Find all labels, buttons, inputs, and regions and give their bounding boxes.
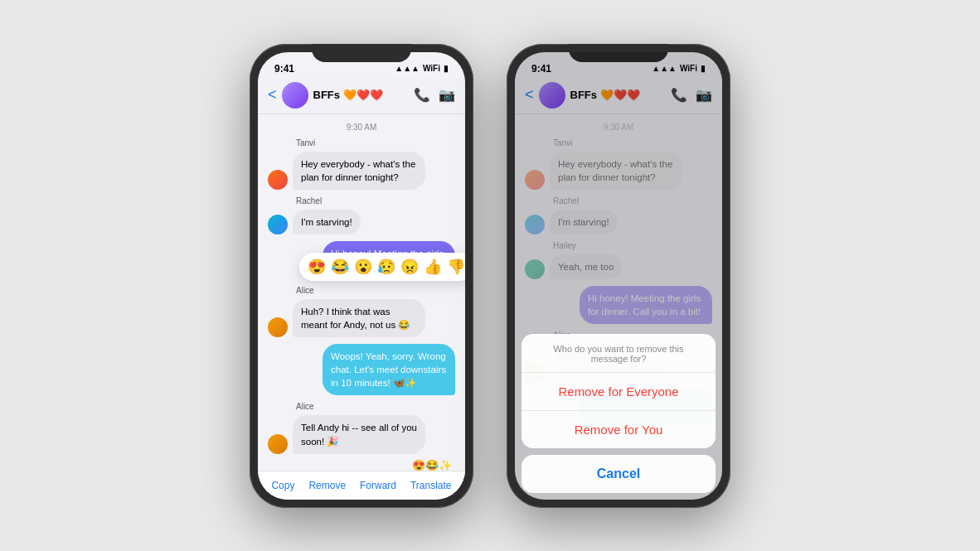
phones-container: 9:41 ▲▲▲ WiFi ▮ < BFFs 🧡❤️❤️ 📞 📷 9:3 [250, 44, 730, 508]
message-row-1: Hey everybody - what's the plan for dinn… [268, 152, 455, 190]
avatar-tanvi-1 [268, 170, 288, 190]
bubble-5: Woops! Yeah, sorry. Wrong chat. Let's me… [323, 344, 455, 395]
react-thumbsup[interactable]: 👍 [424, 258, 442, 276]
react-wow[interactable]: 😮 [354, 258, 372, 276]
cancel-button[interactable]: Cancel [522, 455, 716, 493]
sender-alice-2: Alice [296, 402, 455, 411]
nav-action-icons-1: 📞 📷 [414, 87, 455, 103]
react-sad[interactable]: 😥 [377, 258, 395, 276]
bubble-1: Hey everybody - what's the plan for dinn… [293, 152, 425, 190]
screen-2: 9:41 ▲▲▲ WiFi ▮ < BFFs 🧡❤️❤️ 📞 📷 9:3 [515, 52, 722, 500]
avatar-rachel-1 [268, 215, 288, 234]
call-icon-1[interactable]: 📞 [414, 87, 430, 103]
chat-title-1: BFFs 🧡❤️❤️ [313, 89, 414, 101]
bubble-6: Tell Andy hi -- see all of you soon! 🎉 [293, 415, 425, 453]
avatar-alice-2 [268, 434, 288, 454]
bubble-2: I'm starving! [293, 210, 361, 234]
context-copy[interactable]: Copy [271, 480, 294, 491]
nav-bar-1: < BFFs 🧡❤️❤️ 📞 📷 [258, 79, 465, 114]
reaction-picker[interactable]: 😍 😂 😮 😥 😠 👍 👎 [299, 253, 465, 281]
wifi-icon-1: WiFi [423, 64, 440, 73]
remove-everyone-button[interactable]: Remove for Everyone [522, 373, 716, 410]
status-icons-1: ▲▲▲ WiFi ▮ [395, 64, 449, 73]
time-label-1: 9:30 AM [268, 123, 455, 132]
sender-tanvi-1: Tanvi [296, 138, 455, 147]
remove-for-you-button[interactable]: Remove for You [522, 410, 716, 448]
battery-icon-1: ▮ [444, 64, 449, 73]
sender-alice-1: Alice [296, 286, 455, 295]
signal-icon-1: ▲▲▲ [395, 64, 420, 73]
context-translate[interactable]: Translate [410, 480, 452, 491]
avatar-alice-1 [268, 317, 288, 337]
video-icon-1[interactable]: 📷 [439, 87, 455, 103]
context-forward[interactable]: Forward [360, 480, 396, 491]
react-heart-eyes[interactable]: 😍 [308, 258, 326, 276]
time-1: 9:41 [274, 63, 294, 75]
bubble-4: Huh? I think that was meant for Andy, no… [293, 299, 425, 337]
react-thumbsdown[interactable]: 👎 [447, 258, 465, 276]
phone-1: 9:41 ▲▲▲ WiFi ▮ < BFFs 🧡❤️❤️ 📞 📷 9:3 [250, 44, 473, 508]
group-avatar-1 [282, 82, 308, 109]
phone-2: 9:41 ▲▲▲ WiFi ▮ < BFFs 🧡❤️❤️ 📞 📷 9:3 [507, 44, 730, 508]
remove-dialog: Who do you want to remove this message f… [522, 334, 716, 493]
remove-dialog-title: Who do you want to remove this message f… [522, 334, 716, 373]
remove-dialog-box: Who do you want to remove this message f… [522, 334, 716, 448]
sender-rachel-1: Rachel [296, 196, 455, 205]
message-row-5: Woops! Yeah, sorry. Wrong chat. Let's me… [268, 344, 455, 395]
emoji-reactions: 😍😂✨ [268, 459, 452, 471]
context-remove[interactable]: Remove [308, 480, 346, 491]
notch-1 [312, 44, 411, 62]
chat-area-1: 9:30 AM Tanvi Hey everybody - what's the… [258, 114, 465, 471]
screen-1: 9:41 ▲▲▲ WiFi ▮ < BFFs 🧡❤️❤️ 📞 📷 9:3 [258, 52, 465, 500]
context-menu-bar: Copy Remove Forward Translate [258, 471, 465, 500]
message-row-4: Huh? I think that was meant for Andy, no… [268, 299, 455, 337]
react-angry[interactable]: 😠 [400, 258, 419, 276]
message-row-6: Tell Andy hi -- see all of you soon! 🎉 [268, 415, 455, 453]
react-laugh[interactable]: 😂 [331, 258, 349, 276]
remove-dialog-overlay: Who do you want to remove this message f… [515, 52, 722, 500]
message-row-2: I'm starving! [268, 210, 455, 234]
back-button-1[interactable]: < [268, 86, 277, 104]
